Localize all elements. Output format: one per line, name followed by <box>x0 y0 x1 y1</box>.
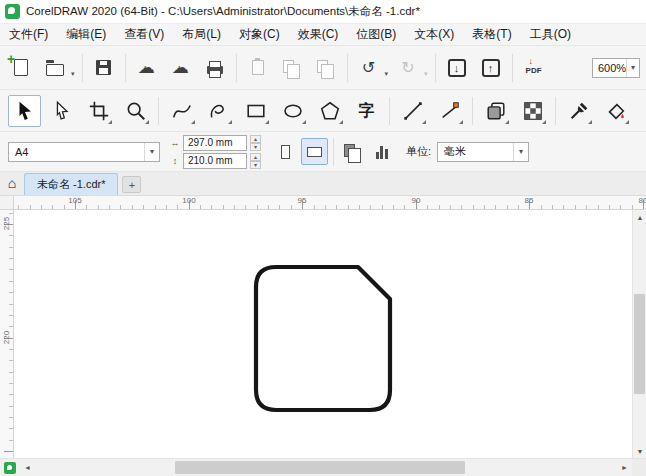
new-document-tab-button[interactable]: + <box>122 176 141 193</box>
menu-item-edit[interactable]: 编辑(E) <box>57 24 115 45</box>
save-icon <box>96 60 111 75</box>
vertical-scrollbar[interactable] <box>632 210 646 458</box>
chevron-down-icon[interactable] <box>513 143 528 161</box>
dimension-tool[interactable] <box>396 95 429 127</box>
stepper-up-icon[interactable] <box>250 153 261 161</box>
all-pages-button[interactable] <box>339 138 366 165</box>
menu-item-layout[interactable]: 布局(L) <box>173 24 230 45</box>
save-to-cloud-button[interactable] <box>131 52 163 84</box>
toolbox: 字 <box>0 90 646 132</box>
home-icon <box>8 175 16 191</box>
toolbar-separator <box>512 54 513 82</box>
page-height-field[interactable]: 210.0 mm <box>183 153 247 169</box>
ruler-origin-corner[interactable] <box>0 196 14 210</box>
print-button[interactable] <box>199 52 231 84</box>
horizontal-scroll-thumb[interactable] <box>175 461 465 474</box>
shape-tool[interactable] <box>45 95 78 127</box>
page-width-value: 297.0 mm <box>188 137 232 148</box>
undo-dropdown-icon[interactable] <box>385 70 389 78</box>
page-height-value: 210.0 mm <box>188 155 232 166</box>
horizontal-scroll-track[interactable] <box>35 459 617 476</box>
toolbar-separator <box>347 54 348 82</box>
toolbar-separator <box>82 54 83 82</box>
pick-tool[interactable] <box>8 95 41 127</box>
pdf-icon: PDF <box>526 60 542 75</box>
drawing-canvas[interactable] <box>14 210 632 458</box>
eyedropper-tool[interactable] <box>562 95 595 127</box>
canvas-shape[interactable] <box>256 267 390 410</box>
stepper-down-icon[interactable] <box>250 161 261 169</box>
undo-button[interactable] <box>353 52 385 84</box>
export-button[interactable] <box>475 52 507 84</box>
new-document-button[interactable] <box>5 52 37 84</box>
drop-shadow-tool[interactable] <box>479 95 512 127</box>
menu-item-object[interactable]: 对象(C) <box>230 24 289 45</box>
stepper-down-icon[interactable] <box>250 143 261 151</box>
menu-item-file[interactable]: 文件(F) <box>0 24 57 45</box>
copy-button[interactable] <box>276 52 308 84</box>
eyedropper-tool-icon <box>568 100 590 122</box>
menu-item-view[interactable]: 查看(V) <box>115 24 173 45</box>
publish-pdf-button[interactable]: PDF <box>518 52 550 84</box>
ellipse-tool[interactable] <box>276 95 309 127</box>
transparency-tool-icon <box>522 100 544 122</box>
chevron-down-icon[interactable] <box>626 59 639 77</box>
print-icon <box>207 66 223 74</box>
paste-button[interactable] <box>310 52 342 84</box>
scroll-down-icon[interactable] <box>633 444 646 458</box>
import-button[interactable] <box>441 52 473 84</box>
dimension-tool-icon <box>402 100 424 122</box>
crop-tool[interactable] <box>82 95 115 127</box>
undo-icon <box>362 60 375 76</box>
stepper-up-icon[interactable] <box>250 135 261 143</box>
cut-button[interactable] <box>242 52 274 84</box>
text-tool[interactable]: 字 <box>350 95 383 127</box>
menu-item-effects[interactable]: 效果(C) <box>289 24 348 45</box>
open-dropdown-icon[interactable] <box>71 70 75 78</box>
window-title: CorelDRAW 2020 (64-Bit) - C:\Users\Admin… <box>26 4 420 19</box>
portrait-button[interactable] <box>272 138 299 165</box>
page-width-field[interactable]: 297.0 mm <box>183 135 247 151</box>
app-status-icon <box>4 462 16 474</box>
landscape-icon <box>307 147 322 157</box>
scroll-up-icon[interactable] <box>633 210 646 224</box>
menu-item-table[interactable]: 表格(T) <box>463 24 520 45</box>
chevron-down-icon[interactable] <box>144 143 159 161</box>
save-button[interactable] <box>88 52 120 84</box>
artistic-media-tool[interactable] <box>202 95 235 127</box>
menu-item-text[interactable]: 文本(X) <box>405 24 463 45</box>
drop-shadow-tool-icon <box>485 100 507 122</box>
scroll-left-icon[interactable] <box>20 459 35 476</box>
open-from-cloud-button[interactable] <box>165 52 197 84</box>
page-size-select[interactable]: A4 <box>8 142 160 162</box>
cloud-upload-icon <box>138 59 155 76</box>
vertical-ruler[interactable]: 225 220 <box>0 210 14 458</box>
landscape-button[interactable] <box>301 138 328 165</box>
open-button[interactable] <box>39 52 71 84</box>
units-select[interactable]: 毫米 <box>437 142 529 162</box>
transparency-tool[interactable] <box>516 95 549 127</box>
document-tab[interactable]: 未命名 -1.cdr* <box>24 173 118 195</box>
vertical-scroll-thumb[interactable] <box>634 294 645 394</box>
freehand-tool[interactable] <box>165 95 198 127</box>
horizontal-scrollbar[interactable] <box>20 459 632 476</box>
toolbar-separator <box>435 54 436 82</box>
redo-icon <box>401 60 414 76</box>
menu-item-bitmaps[interactable]: 位图(B) <box>347 24 405 45</box>
horizontal-ruler[interactable]: 105 100 95 90 85 80 <box>14 196 646 210</box>
scroll-right-icon[interactable] <box>617 459 632 476</box>
rectangle-tool[interactable] <box>239 95 272 127</box>
polygon-tool[interactable] <box>313 95 346 127</box>
welcome-home-button[interactable] <box>0 171 24 195</box>
zoom-tool[interactable] <box>119 95 152 127</box>
menu-item-tools[interactable]: 工具(O) <box>521 24 580 45</box>
ruler-label: 105 <box>64 196 86 205</box>
redo-button[interactable] <box>392 52 424 84</box>
current-page-button[interactable] <box>368 138 395 165</box>
coreldraw-window: CorelDRAW 2020 (64-Bit) - C:\Users\Admin… <box>0 0 646 476</box>
interactive-fill-tool[interactable] <box>599 95 632 127</box>
connector-tool[interactable] <box>433 95 466 127</box>
redo-dropdown-icon[interactable] <box>424 70 428 78</box>
freehand-tool-icon <box>171 100 193 122</box>
zoom-level-select[interactable]: 600% <box>592 58 640 78</box>
